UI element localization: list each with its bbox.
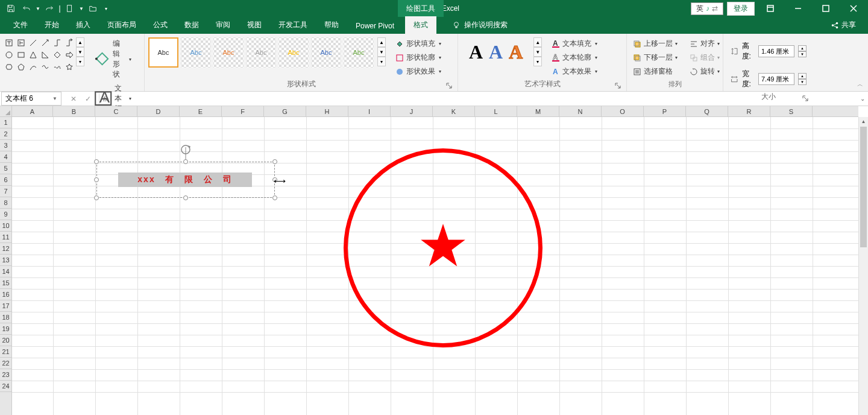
shape-connector-arrow-icon[interactable] [64,37,75,48]
row-header-11[interactable]: 11 [0,232,11,243]
text-fill-button[interactable]: A文本填充▾ [549,37,600,50]
ribbon-display-button[interactable] [758,0,782,17]
width-up[interactable]: ▲ [798,73,807,79]
col-header-E[interactable]: E [180,106,222,116]
textbox-text[interactable]: xxx 有 限 公 司 [118,173,252,187]
shape-line-arrow-icon[interactable] [40,37,51,48]
shape-style-2[interactable]: Abc [181,37,211,68]
height-down[interactable]: ▼ [798,51,807,57]
shape-rect-icon[interactable] [16,49,27,60]
shape-textbox-icon[interactable] [4,37,14,48]
redo-button[interactable] [42,1,57,16]
shape-style-3[interactable]: Abc [213,37,244,68]
text-effects-button[interactable]: A文本效果▾ [549,65,600,78]
row-header-14[interactable]: 14 [0,266,11,277]
row-header-5[interactable]: 5 [0,163,11,174]
shape-style-5[interactable]: Abc [278,37,309,68]
col-header-O[interactable]: O [602,106,644,116]
shape-right-triangle-icon[interactable] [40,49,51,60]
shape-freeform-icon[interactable] [40,62,51,72]
resize-handle-nw[interactable] [94,159,99,164]
wordart-scroll-up[interactable]: ▲ [533,37,542,47]
row-header-24[interactable]: 24 [0,381,11,392]
shape-pentagon-icon[interactable] [16,62,27,72]
height-input[interactable] [758,45,794,57]
shapes-scroll-down[interactable]: ▼ [76,47,84,57]
row-header-13[interactable]: 13 [0,255,11,266]
col-header-D[interactable]: D [137,106,180,116]
row-header-15[interactable]: 15 [0,277,11,289]
row-header-18[interactable]: 18 [0,312,11,323]
shape-diamond-icon[interactable] [52,49,63,60]
save-button[interactable] [4,1,18,16]
tell-me-search[interactable]: 操作说明搜索 [446,16,514,34]
shapes-more[interactable]: ▾ [76,57,84,66]
tab-formulas[interactable]: 公式 [145,16,176,34]
col-header-J[interactable]: J [391,106,433,116]
shapes-scroll-up[interactable]: ▲ [76,37,84,47]
group-button[interactable]: 组合▾ [687,51,722,64]
undo-dropdown[interactable]: ▼ [35,1,41,16]
scroll-thumb[interactable] [860,127,867,247]
ime-indicator[interactable]: 英♪⇄ [691,2,723,15]
qat-customize[interactable]: ▾ [101,1,111,16]
select-all-button[interactable] [0,106,12,117]
row-header-19[interactable]: 19 [0,323,11,335]
rotate-button[interactable]: 旋转▾ [687,65,722,78]
tab-data[interactable]: 数据 [176,16,207,34]
edit-shape-button[interactable]: 编辑形状▾ [92,37,134,81]
shape-textbox-vert-icon[interactable] [16,37,27,48]
col-header-R[interactable]: R [728,106,770,116]
tab-home[interactable]: 开始 [36,16,68,34]
col-header-S[interactable]: S [770,106,813,116]
shape-star-icon[interactable] [64,62,75,72]
shape-triangle-icon[interactable] [28,49,39,60]
shape-connector-icon[interactable] [52,37,63,48]
dialog-launcher-size[interactable] [802,95,809,102]
col-header-C[interactable]: C [95,106,137,116]
shape-oval-icon[interactable] [4,49,14,60]
resize-handle-w[interactable] [94,177,99,182]
width-down[interactable]: ▼ [798,79,807,85]
dialog-launcher-wordart[interactable] [614,82,621,89]
share-button[interactable]: 共享 [825,16,862,34]
wordart-gallery[interactable]: A A A [462,37,530,67]
shape-outline-button[interactable]: 形状轮廓▾ [393,51,444,64]
scroll-up-button[interactable]: ▲ [859,117,868,127]
wordart-style-2[interactable]: A [489,41,503,63]
row-header-7[interactable]: 7 [0,186,11,197]
shape-style-7[interactable]: Abc [344,37,374,68]
row-header-8[interactable]: 8 [0,197,11,209]
undo-button[interactable] [19,1,34,16]
new-button[interactable] [63,1,77,16]
tab-format[interactable]: 格式 [405,16,436,34]
style-scroll-up[interactable]: ▲ [377,37,386,47]
selection-pane-button[interactable]: 选择窗格 [631,65,680,78]
shape-effects-button[interactable]: 形状效果▾ [393,65,444,78]
tab-view[interactable]: 视图 [239,16,270,34]
style-scroll-down[interactable]: ▼ [377,47,386,57]
tab-insert[interactable]: 插入 [68,16,99,34]
col-header-B[interactable]: B [53,106,95,116]
resize-handle-s[interactable] [183,195,188,200]
shape-style-6[interactable]: Abc [311,37,341,68]
col-header-P[interactable]: P [644,106,686,116]
row-header-23[interactable]: 23 [0,369,11,381]
col-header-L[interactable]: L [475,106,517,116]
col-header-H[interactable]: H [306,106,348,116]
collapse-ribbon-button[interactable]: ︿ [857,80,863,89]
qat-dropdown[interactable]: ▼ [78,1,84,16]
shape-hexagon-icon[interactable] [4,62,14,72]
tab-file[interactable]: 文件 [5,16,36,34]
wordart-style-3[interactable]: A [509,41,523,63]
row-header-4[interactable]: 4 [0,151,11,163]
style-more[interactable]: ▾ [377,57,386,66]
resize-handle-se[interactable] [272,195,277,200]
tab-developer[interactable]: 开发工具 [270,16,316,34]
height-up[interactable]: ▲ [798,45,807,51]
col-header-F[interactable]: F [222,106,264,116]
col-header-M[interactable]: M [517,106,559,116]
shape-scribble-icon[interactable] [52,62,63,72]
maximize-button[interactable] [814,0,838,17]
send-backward-button[interactable]: 下移一层▾ [631,51,680,64]
